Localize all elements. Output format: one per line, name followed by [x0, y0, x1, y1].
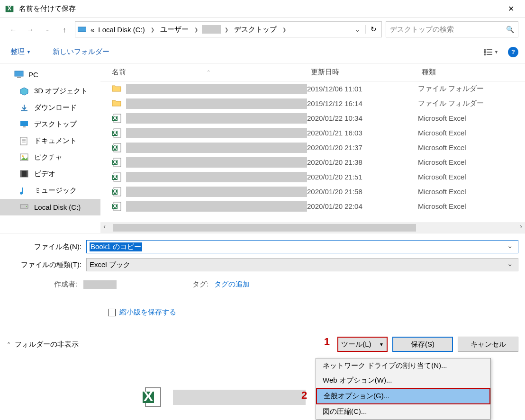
menu-network-drive[interactable]: ネットワーク ドライブの割り当て(N)... — [316, 358, 490, 373]
file-date: 2019/12/06 11:01 — [307, 85, 418, 93]
tag-label: タグ: — [192, 280, 208, 288]
tree-label: ミュージック — [34, 186, 77, 195]
annotation-1: 1 — [324, 336, 330, 348]
breadcrumb-part-redacted[interactable] — [202, 25, 221, 34]
breadcrumb-part[interactable]: ユーザー — [158, 25, 190, 34]
pc-icon — [14, 71, 24, 79]
file-name-redacted — [126, 187, 307, 197]
file-row[interactable]: X2020/01/20 21:58Microsoft Excel — [100, 184, 525, 199]
cancel-button[interactable]: キャンセル — [458, 337, 518, 352]
filetype-select[interactable]: Excel ブック — [86, 258, 518, 271]
svg-rect-13 — [17, 77, 21, 78]
tree-item[interactable]: ビデオ — [0, 166, 100, 182]
save-form: ファイル名(N): Book1 のコピー ファイルの種類(T): Excel ブ… — [0, 233, 525, 331]
tree-item[interactable]: ミュージック — [0, 182, 100, 199]
menu-compress-pictures[interactable]: 図の圧縮(C)... — [316, 404, 490, 419]
file-date: 2020/01/21 16:03 — [307, 129, 418, 137]
file-date: 2020/01/20 21:37 — [307, 143, 418, 152]
svg-rect-8 — [484, 54, 486, 55]
file-row[interactable]: X2020/01/20 21:51Microsoft Excel — [100, 170, 525, 184]
file-type: Microsoft Excel — [418, 114, 525, 122]
file-row[interactable]: 2019/12/06 11:01ファイル フォルダー — [100, 81, 525, 96]
column-name[interactable]: 名前⌃ — [100, 68, 311, 77]
file-row[interactable]: X2020/01/21 16:03Microsoft Excel — [100, 125, 525, 140]
file-row[interactable]: 2019/12/12 16:14ファイル フォルダー — [100, 96, 525, 111]
search-icon: 🔍 — [506, 26, 514, 33]
tree-item[interactable]: Local Disk (C:) — [0, 199, 100, 215]
tree-label: 3D オブジェクト — [34, 87, 88, 96]
file-row[interactable]: X2020/01/20 21:37Microsoft Excel — [100, 140, 525, 155]
address-bar[interactable]: « Local Disk (C:) ❯ ユーザー ❯ ❯ デスクトップ ❯ ⌄ … — [75, 21, 382, 37]
save-button[interactable]: 保存(S) — [392, 337, 453, 352]
refresh-button[interactable]: ↻ — [365, 25, 381, 34]
breadcrumb-part[interactable]: デスクトップ — [232, 25, 279, 34]
thumbnail-checkbox[interactable] — [108, 309, 116, 316]
dialog-footer: ⌃ フォルダーの非表示 1 ツール(L) ▼ 保存(S) キャンセル — [0, 331, 525, 357]
tree-item[interactable]: 3D オブジェクト — [0, 83, 100, 99]
column-type[interactable]: 種類 — [422, 68, 525, 77]
excel-icon: X — [112, 158, 121, 167]
titlebar: X 名前を付けて保存 ✕ — [0, 0, 525, 18]
file-type: Microsoft Excel — [418, 158, 525, 166]
annotation-2: 2 — [301, 389, 307, 402]
file-date: 2020/01/22 10:34 — [307, 114, 418, 122]
file-date: 2020/01/20 21:38 — [307, 158, 418, 166]
svg-text:X: X — [112, 172, 117, 180]
address-dropdown[interactable]: ⌄ — [350, 25, 365, 34]
disk-icon — [20, 203, 29, 212]
3d-icon — [20, 87, 29, 96]
svg-text:X: X — [112, 143, 117, 151]
hide-folders-button[interactable]: ⌃ フォルダーの非表示 — [7, 340, 79, 349]
excel-icon: X — [112, 187, 121, 197]
tree-item[interactable]: ピクチャ — [0, 149, 100, 166]
svg-text:X: X — [8, 5, 12, 12]
up-button[interactable]: ↑ — [58, 23, 71, 36]
back-button[interactable]: ← — [7, 23, 20, 36]
search-placeholder: デスクトップの検索 — [390, 25, 506, 34]
column-date[interactable]: 更新日時 — [311, 68, 422, 77]
breadcrumb-part[interactable]: Local Disk (C:) — [96, 26, 146, 34]
help-button[interactable]: ? — [508, 47, 518, 57]
tools-button[interactable]: ツール(L) ▼ — [337, 337, 388, 352]
file-row[interactable]: X2020/01/22 10:34Microsoft Excel — [100, 111, 525, 125]
file-list[interactable]: 名前⌃ 更新日時 種類 2019/12/06 11:01ファイル フォルダー20… — [100, 63, 525, 233]
toolbar: 整理▼ 新しいフォルダー ▼ ? — [0, 41, 525, 63]
svg-point-28 — [26, 206, 27, 207]
tree-label: Local Disk (C:) — [34, 203, 81, 211]
file-type: ファイル フォルダー — [418, 84, 525, 93]
file-row[interactable]: X2020/01/20 22:04Microsoft Excel — [100, 199, 525, 214]
recent-dropdown[interactable]: ⌄ — [41, 23, 54, 36]
file-name-redacted — [126, 201, 307, 212]
tree-item[interactable]: PC — [0, 66, 100, 83]
nav-tree[interactable]: PC3D オブジェクトダウンロードデスクトップドキュメントピクチャビデオミュージ… — [0, 63, 100, 233]
file-row[interactable]: X2020/01/20 21:38Microsoft Excel — [100, 155, 525, 170]
tag-add-link[interactable]: タグの追加 — [214, 280, 250, 288]
excel-icon: X — [141, 386, 163, 409]
tree-item[interactable]: デスクトップ — [0, 116, 100, 133]
new-folder-button[interactable]: 新しいフォルダー — [49, 45, 113, 58]
tree-item[interactable]: ダウンロード — [0, 99, 100, 116]
search-box[interactable]: デスクトップの検索 🔍 — [386, 21, 518, 37]
close-button[interactable]: ✕ — [501, 4, 520, 13]
filename-input[interactable]: Book1 のコピー — [86, 240, 518, 253]
svg-rect-26 — [27, 170, 28, 177]
menu-web-options[interactable]: Web オプション(W)... — [316, 373, 490, 388]
folder-icon — [112, 84, 121, 94]
horizontal-scrollbar[interactable] — [100, 223, 525, 233]
forward-button[interactable]: → — [24, 23, 37, 36]
window-title: 名前を付けて保存 — [19, 4, 501, 13]
excel-icon: X — [112, 114, 121, 123]
svg-marker-14 — [20, 88, 28, 95]
download-icon — [20, 104, 29, 112]
thumbnail-label: 縮小版を保存する — [119, 308, 176, 317]
svg-rect-16 — [23, 126, 26, 127]
view-button[interactable]: ▼ — [480, 47, 502, 57]
menu-general-options[interactable]: 全般オプション(G)... — [316, 388, 490, 404]
tree-item[interactable]: ドキュメント — [0, 133, 100, 149]
svg-text:X: X — [112, 187, 117, 195]
filetype-value: Excel ブック — [90, 260, 130, 269]
chevron-right-icon: ❯ — [279, 27, 290, 32]
svg-rect-17 — [20, 137, 27, 145]
organize-button[interactable]: 整理▼ — [7, 45, 35, 58]
svg-text:X: X — [112, 128, 117, 136]
